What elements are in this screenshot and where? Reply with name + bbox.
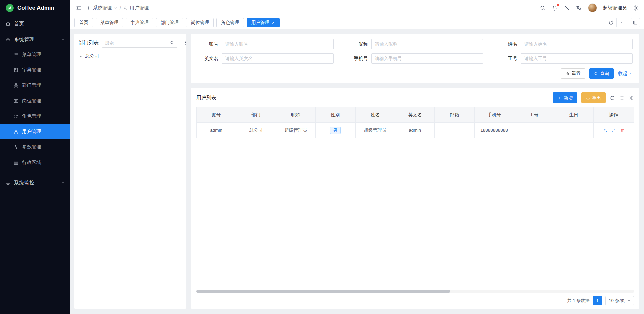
sidebar-item-menu-mgmt[interactable]: 菜单管理	[0, 47, 70, 62]
tab-label: 角色管理	[221, 20, 239, 26]
tab-bar: 首页 菜单管理 字典管理 部门管理 岗位管理 角色管理 用户管理	[70, 16, 644, 29]
sidebar-group-system[interactable]: 系统管理	[0, 32, 70, 47]
gear-icon	[5, 37, 11, 42]
avatar[interactable]	[588, 3, 597, 12]
query-button[interactable]: 查询	[589, 68, 614, 79]
department-tree: 总公司	[78, 52, 182, 61]
breadcrumb-level1[interactable]: 系统管理	[93, 5, 112, 11]
cell-name: 超级管理员	[355, 123, 395, 138]
app-title: Coffee Admin	[17, 5, 54, 11]
filter-field-english-name: 英文名	[198, 53, 334, 64]
layout-toggle-button[interactable]	[631, 18, 640, 27]
main-area: 系统管理 / 用户管理	[70, 0, 644, 314]
sidebar-collapse-button[interactable]	[76, 5, 82, 11]
cell-actions	[594, 123, 634, 138]
collapse-label: 收起	[618, 71, 627, 77]
department-panel: 部门列表 总公司	[74, 34, 186, 309]
sidebar-item-param-mgmt[interactable]: 参数管理	[0, 139, 70, 155]
page-1-button[interactable]: 1	[593, 296, 602, 305]
tab-label: 用户管理	[251, 20, 269, 26]
menu-fold-icon	[76, 5, 82, 11]
user-icon	[123, 6, 127, 10]
list-icon	[13, 52, 19, 57]
tab-user-mgmt[interactable]: 用户管理	[247, 18, 280, 27]
sidebar-item-post-mgmt[interactable]: 岗位管理	[0, 93, 70, 109]
tab-home[interactable]: 首页	[74, 18, 93, 27]
tab-dept-mgmt[interactable]: 部门管理	[156, 18, 183, 27]
gear-icon	[87, 6, 91, 10]
add-user-button[interactable]: 新增	[553, 92, 577, 103]
filter-actions: 重置 查询 收起	[198, 68, 633, 79]
tab-dict-mgmt[interactable]: 字典管理	[126, 18, 153, 27]
col-job-no[interactable]: 工号	[514, 107, 554, 123]
col-english-name[interactable]: 英文名	[395, 107, 434, 123]
table-refresh-button[interactable]	[610, 95, 615, 101]
collapse-filters-link[interactable]: 收起	[618, 71, 633, 77]
tree-node-root[interactable]: 总公司	[78, 52, 182, 61]
sidebar-item-role-mgmt[interactable]: 角色管理	[0, 109, 70, 124]
user-name[interactable]: 超级管理员	[603, 5, 627, 11]
department-more-button[interactable]	[182, 40, 189, 45]
tab-role-mgmt[interactable]: 角色管理	[216, 18, 244, 27]
col-birthday[interactable]: 生日	[554, 107, 593, 123]
delete-user-button[interactable]	[620, 128, 624, 132]
horizontal-scrollbar-thumb[interactable]	[196, 290, 450, 293]
tab-menu-button[interactable]	[616, 18, 627, 27]
cell-birthday	[554, 123, 593, 138]
tab-post-mgmt[interactable]: 岗位管理	[186, 18, 214, 27]
nickname-input[interactable]	[371, 39, 483, 49]
notification-dot	[557, 4, 559, 6]
book-icon	[13, 67, 19, 73]
sidebar-item-dept-mgmt[interactable]: 部门管理	[0, 78, 70, 93]
page-size-value: 10 条/页	[609, 298, 625, 304]
name-input[interactable]	[521, 39, 633, 49]
english-name-input[interactable]	[222, 53, 334, 64]
table-settings-button[interactable]	[629, 95, 634, 101]
filter-card: 账号 昵称 姓名 英文名	[191, 34, 639, 83]
settings-button[interactable]	[633, 5, 639, 11]
sidebar-item-region-mgmt[interactable]: 行政区域	[0, 155, 70, 170]
table-row[interactable]: admin 总公司 超级管理员 男 超级管理员 admin 1888888888…	[197, 123, 634, 138]
row-density-button[interactable]	[619, 95, 625, 101]
department-panel-title: 部门列表	[78, 40, 99, 46]
search-button[interactable]	[540, 5, 546, 11]
department-search-input[interactable]	[102, 38, 167, 48]
col-name[interactable]: 姓名	[355, 107, 395, 123]
phone-input[interactable]	[371, 53, 483, 64]
language-button[interactable]	[576, 5, 582, 11]
caret-right-icon[interactable]	[79, 55, 83, 58]
account-input[interactable]	[222, 39, 334, 49]
cell-phone: 18888888888	[474, 123, 514, 138]
close-icon[interactable]	[272, 21, 275, 24]
col-nickname[interactable]: 昵称	[276, 107, 315, 123]
job-no-input[interactable]	[521, 53, 633, 64]
id-card-icon	[13, 98, 19, 104]
col-account[interactable]: 账号	[197, 107, 236, 123]
chevron-down-icon	[627, 299, 631, 302]
tab-label: 首页	[79, 20, 88, 26]
col-phone[interactable]: 手机号	[474, 107, 514, 123]
sidebar-item-user-mgmt[interactable]: 用户管理	[0, 124, 70, 139]
translate-icon	[576, 5, 582, 11]
field-label: 手机号	[347, 56, 368, 62]
col-email[interactable]: 邮箱	[435, 107, 474, 123]
notifications-button[interactable]	[552, 5, 558, 11]
sidebar-item-dict-mgmt[interactable]: 字典管理	[0, 62, 70, 78]
col-gender[interactable]: 性别	[316, 107, 355, 123]
bank-icon	[13, 160, 19, 165]
page-size-select[interactable]: 10 条/页	[605, 296, 634, 305]
sidebar-item-label: 首页	[14, 21, 24, 27]
user-list-card: 用户列表 新增 导出	[191, 88, 639, 309]
tab-menu-mgmt[interactable]: 菜单管理	[96, 18, 123, 27]
edit-user-button[interactable]	[612, 128, 616, 132]
reset-button[interactable]: 重置	[561, 68, 585, 79]
sidebar-group-monitor[interactable]: 系统监控	[0, 175, 70, 190]
department-search-button[interactable]	[167, 38, 177, 48]
view-user-button[interactable]	[603, 128, 607, 132]
col-dept[interactable]: 部门	[236, 107, 276, 123]
top-header: 系统管理 / 用户管理	[70, 0, 644, 16]
tab-refresh-button[interactable]	[606, 18, 616, 27]
fullscreen-button[interactable]	[564, 5, 570, 11]
sidebar-item-home[interactable]: 首页	[0, 16, 70, 32]
export-button[interactable]: 导出	[581, 92, 606, 103]
